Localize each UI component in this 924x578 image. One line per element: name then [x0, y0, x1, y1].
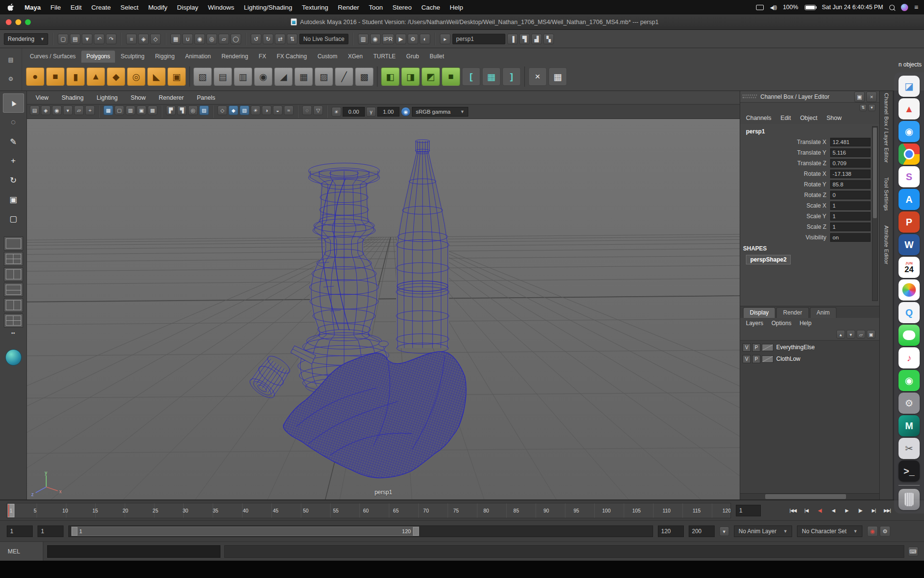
redo-icon[interactable]: ↷ — [106, 34, 116, 44]
select-object-icon[interactable]: ◈ — [138, 34, 149, 44]
layer-name[interactable]: EverythingElse — [775, 344, 815, 351]
photos-icon[interactable] — [898, 279, 920, 301]
system-preferences-icon[interactable]: ⚙ — [898, 393, 920, 414]
sculpt-relax-icon[interactable]: ◩ — [422, 67, 440, 86]
bookmarks-icon[interactable]: ▾ — [63, 105, 73, 115]
scrollbar-thumb[interactable] — [873, 128, 877, 218]
shelf-tab-fx[interactable]: FX — [254, 51, 271, 63]
channel-value-field[interactable]: 1 — [830, 223, 871, 231]
render-settings-icon[interactable]: ⚙ — [408, 34, 418, 44]
channel-box-menu-channels[interactable]: Channels — [746, 115, 771, 121]
polygon-pipe-icon[interactable]: ▣ — [167, 67, 186, 86]
snap-grid-icon[interactable]: ▦ — [170, 34, 181, 44]
exposure-icon[interactable]: ☀ — [332, 107, 341, 117]
powerpoint-icon[interactable]: P — [898, 211, 920, 233]
gamma-icon[interactable]: γ — [366, 107, 376, 117]
exposure-field[interactable] — [343, 107, 365, 117]
go-to-end-button[interactable]: ▶▶| — [881, 505, 893, 516]
side-tab-channel-box-layer-editor[interactable]: Channel Box / Layer Editor — [884, 93, 889, 163]
sketch-icon[interactable]: S — [898, 166, 920, 187]
camera-attributes-icon[interactable]: ◉ — [52, 105, 62, 115]
channel-value-field[interactable]: 12.481 — [830, 138, 871, 146]
character-set-dropdown[interactable]: No Character Set ▼ — [797, 525, 862, 537]
playback-range[interactable]: 1 120 — [71, 526, 419, 536]
shelf-tab-curves-surfaces[interactable]: Curves / Surfaces — [25, 51, 80, 63]
colorspace-dropdown[interactable]: sRGB gamma ▼ — [412, 107, 468, 117]
maya-app-icon[interactable]: M — [898, 415, 920, 436]
shelf-tab-custom[interactable]: Custom — [313, 51, 342, 63]
range-slider-track[interactable]: 1 120 — [68, 525, 653, 537]
close-button[interactable] — [6, 19, 12, 25]
anim-layer-dropdown[interactable]: No Anim Layer ▼ — [734, 525, 793, 537]
viewport-menu-lighting[interactable]: Lighting — [97, 94, 118, 101]
app-store-icon[interactable]: A — [898, 189, 920, 210]
mac-menu-edit[interactable]: Edit — [66, 4, 87, 11]
ipr-render-icon[interactable]: IPR — [382, 34, 394, 44]
gamma-field[interactable] — [377, 107, 399, 117]
sculpt-grab-icon[interactable]: ■ — [442, 67, 460, 86]
mac-menu-help[interactable]: Help — [445, 4, 468, 11]
safe-action-icon[interactable]: ▛ — [166, 105, 176, 115]
range-slider-menu-icon[interactable]: ▾ — [719, 526, 729, 536]
new-scene-icon[interactable]: ▢ — [58, 34, 68, 44]
create-empty-layer-icon[interactable]: ▱ — [857, 330, 865, 339]
open-scene-icon[interactable]: ▤ — [70, 34, 80, 44]
chrome-icon[interactable] — [898, 144, 920, 165]
extrude-icon[interactable]: ▨ — [315, 67, 333, 86]
bracket-close-icon[interactable]: ] — [502, 67, 521, 86]
channel-value-field[interactable]: 5.116 — [830, 148, 871, 157]
shelf-tab-rendering[interactable]: Rendering — [217, 51, 253, 63]
shelf-tab-polygons[interactable]: Polygons — [81, 51, 115, 63]
close-panel-icon[interactable]: × — [866, 92, 877, 102]
shelf-tab-animation[interactable]: Animation — [180, 51, 216, 63]
battery-icon[interactable] — [805, 5, 816, 10]
persp-uv-layout[interactable] — [4, 314, 23, 328]
x-ray-icon[interactable]: ▽ — [313, 105, 323, 115]
layer-horizontal-scrollbar[interactable] — [740, 493, 879, 499]
side-tab-attribute-editor[interactable]: Attribute Editor — [884, 225, 889, 264]
polygon-cone-icon[interactable]: ▲ — [87, 67, 105, 86]
channel-value-field[interactable]: 0.709 — [830, 159, 871, 168]
polygon-prism-icon[interactable]: ◣ — [147, 67, 166, 86]
mac-menu-maya[interactable]: Maya — [20, 4, 46, 11]
lasso-tool[interactable]: ◌ — [3, 113, 24, 132]
lock-camera-icon[interactable]: ◈ — [41, 105, 51, 115]
command-line-result[interactable] — [224, 545, 904, 558]
grid-snap-icon[interactable]: ▦ — [549, 67, 567, 86]
mac-menu-select[interactable]: Select — [116, 4, 143, 11]
display-mirroring-icon[interactable] — [756, 5, 764, 10]
play-backwards-button[interactable]: ◀ — [827, 505, 839, 516]
command-line-language-button[interactable]: MEL — [0, 542, 43, 561]
music-icon[interactable]: ♪ — [898, 347, 920, 368]
next-frame-button[interactable]: |▶ — [854, 505, 866, 516]
layer-editor-tab-display[interactable]: Display — [743, 307, 775, 318]
gate-mask-icon[interactable]: ▣ — [137, 105, 146, 115]
shaded-icon[interactable]: ◆ — [229, 105, 238, 115]
2d-pan-zoom-icon[interactable]: + — [85, 105, 95, 115]
image-plane-icon[interactable]: ▱ — [74, 105, 84, 115]
film-gate-icon[interactable]: ▢ — [115, 105, 124, 115]
wireframe-icon[interactable]: ◇ — [218, 105, 227, 115]
next-key-button[interactable]: ▶| — [868, 505, 880, 516]
mac-menu-stereo[interactable]: Stereo — [388, 4, 417, 11]
preview-app-icon[interactable]: ◪ — [898, 76, 920, 97]
word-icon[interactable]: W — [898, 234, 920, 255]
toggle-tool-settings-icon[interactable]: ▜ — [519, 34, 530, 44]
polygon-sphere-icon[interactable]: ● — [26, 67, 44, 86]
trash-icon[interactable] — [898, 489, 920, 510]
siri-icon[interactable] — [901, 4, 908, 11]
polygon-plane-icon[interactable]: ◆ — [107, 67, 125, 86]
shelf-tab-rigging[interactable]: Rigging — [150, 51, 180, 63]
viewport-canvas[interactable]: persp1 y x z — [27, 119, 740, 499]
single-pane-layout[interactable] — [4, 236, 23, 250]
construction-history-icon[interactable]: ⇄ — [275, 34, 285, 44]
channel-value-field[interactable]: 85.8 — [830, 180, 871, 189]
channel-box-menu-object[interactable]: Object — [800, 115, 817, 121]
input-connections-icon[interactable]: ↺ — [251, 34, 261, 44]
channel-box-menu-edit[interactable]: Edit — [781, 115, 791, 121]
launchpad-icon[interactable]: ▲ — [898, 98, 920, 119]
persp-outliner-layout[interactable] — [4, 267, 23, 281]
motion-blur-icon[interactable]: ≈ — [284, 105, 294, 115]
field-chart-icon[interactable]: ▩ — [148, 105, 157, 115]
snap-projected-center-icon[interactable]: ◎ — [206, 34, 217, 44]
